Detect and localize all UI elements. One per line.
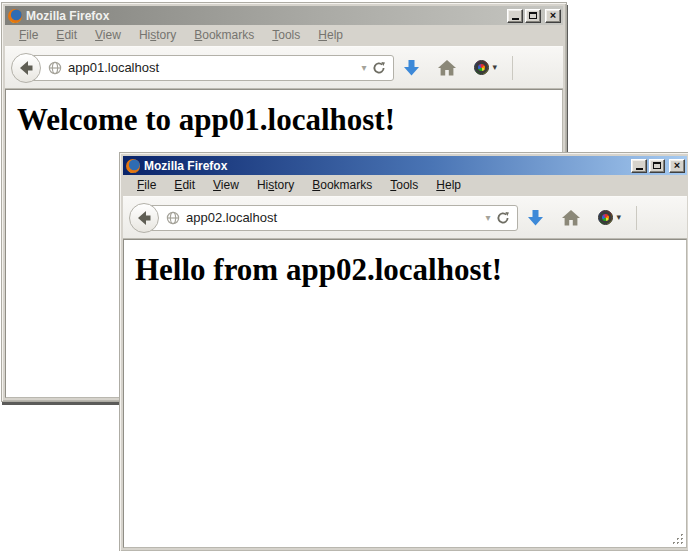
download-button[interactable] xyxy=(527,209,544,227)
menu-file[interactable]: File xyxy=(10,26,47,45)
page-heading: Welcome to app01.localhost! xyxy=(17,102,562,138)
color-wheel-icon xyxy=(598,210,613,225)
home-button[interactable] xyxy=(438,60,456,76)
close-button[interactable]: × xyxy=(545,9,561,23)
maximize-icon xyxy=(529,12,537,19)
menu-edit[interactable]: Edit xyxy=(47,26,86,45)
menu-file[interactable]: File xyxy=(128,176,165,195)
menu-tools[interactable]: Tools xyxy=(263,26,309,45)
download-button[interactable] xyxy=(403,59,420,77)
close-icon: × xyxy=(674,160,680,171)
home-icon xyxy=(562,210,580,226)
minimize-button[interactable] xyxy=(631,159,647,173)
reload-button[interactable] xyxy=(496,211,510,225)
navigation-toolbar: app01.localhost ▾ ▾ xyxy=(5,46,563,89)
menu-bar: File Edit View History Bookmarks Tools H… xyxy=(5,25,563,46)
download-arrow-icon xyxy=(527,209,544,227)
appmenu-extension-button[interactable]: ▾ xyxy=(598,210,621,225)
reload-button[interactable] xyxy=(372,61,386,75)
maximize-icon xyxy=(653,162,661,169)
close-button[interactable]: × xyxy=(669,159,685,173)
window-title: Mozilla Firefox xyxy=(26,9,503,23)
menu-tools[interactable]: Tools xyxy=(381,176,427,195)
window-title: Mozilla Firefox xyxy=(144,159,627,173)
globe-icon xyxy=(166,211,180,225)
titlebar[interactable]: Mozilla Firefox × xyxy=(5,6,563,25)
menu-view[interactable]: View xyxy=(86,26,130,45)
toolbar-separator xyxy=(512,56,513,80)
window-controls: × xyxy=(507,9,561,23)
back-button[interactable] xyxy=(11,53,41,83)
url-input[interactable]: app01.localhost xyxy=(68,60,355,75)
maximize-button[interactable] xyxy=(649,159,665,173)
menu-bookmarks[interactable]: Bookmarks xyxy=(303,176,381,195)
appmenu-extension-button[interactable]: ▾ xyxy=(474,60,497,75)
menu-history[interactable]: History xyxy=(248,176,303,195)
close-icon: × xyxy=(550,10,556,21)
chevron-down-icon: ▾ xyxy=(492,63,497,72)
back-button[interactable] xyxy=(129,203,159,233)
window-controls: × xyxy=(631,159,685,173)
menu-panel-button[interactable] xyxy=(528,60,546,75)
globe-icon xyxy=(48,61,62,75)
color-wheel-icon xyxy=(474,60,489,75)
browser-window-app02[interactable]: Mozilla Firefox × File Edit View History… xyxy=(119,152,688,551)
back-arrow-icon xyxy=(134,208,154,228)
menu-bar: File Edit View History Bookmarks Tools H… xyxy=(123,175,687,196)
minimize-icon xyxy=(512,18,519,20)
url-input[interactable]: app02.localhost xyxy=(186,210,479,225)
url-bar[interactable]: app01.localhost ▾ xyxy=(25,55,394,81)
navigation-toolbar: app02.localhost ▾ ▾ xyxy=(123,196,687,239)
chevron-down-icon: ▾ xyxy=(616,213,621,222)
menu-edit[interactable]: Edit xyxy=(165,176,204,195)
download-arrow-icon xyxy=(403,59,420,77)
titlebar[interactable]: Mozilla Firefox × xyxy=(123,156,687,175)
reload-icon xyxy=(372,61,386,75)
menu-view[interactable]: View xyxy=(204,176,248,195)
maximize-button[interactable] xyxy=(525,9,541,23)
menu-help[interactable]: Help xyxy=(427,176,470,195)
menu-bookmarks[interactable]: Bookmarks xyxy=(185,26,263,45)
url-dropdown-icon[interactable]: ▾ xyxy=(485,213,490,223)
home-icon xyxy=(438,60,456,76)
home-button[interactable] xyxy=(562,210,580,226)
url-bar[interactable]: app02.localhost ▾ xyxy=(143,205,518,231)
url-dropdown-icon[interactable]: ▾ xyxy=(361,63,366,73)
menu-help[interactable]: Help xyxy=(309,26,352,45)
reload-icon xyxy=(496,211,510,225)
toolbar-separator xyxy=(636,206,637,230)
menu-panel-button[interactable] xyxy=(652,210,670,225)
page-content-app02: Hello from app02.localhost! xyxy=(123,239,687,548)
menu-history[interactable]: History xyxy=(130,26,185,45)
back-arrow-icon xyxy=(16,58,36,78)
minimize-icon xyxy=(636,168,643,170)
minimize-button[interactable] xyxy=(507,9,523,23)
resize-grip-icon[interactable] xyxy=(671,532,684,545)
firefox-logo-icon xyxy=(8,9,22,23)
page-heading: Hello from app02.localhost! xyxy=(135,252,686,288)
firefox-logo-icon xyxy=(126,159,140,173)
